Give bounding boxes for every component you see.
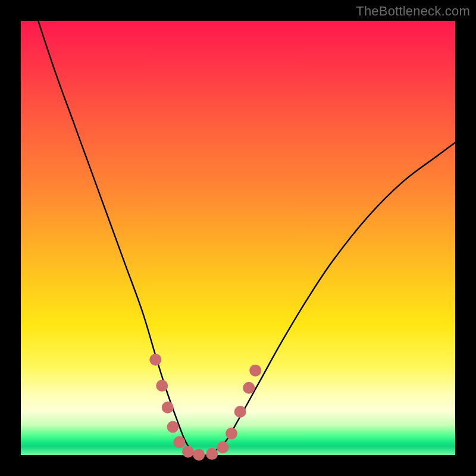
highlight-dot bbox=[217, 441, 228, 453]
highlight-dot bbox=[182, 446, 194, 458]
highlight-dot bbox=[226, 428, 237, 440]
highlight-dot bbox=[206, 448, 218, 460]
highlight-dots bbox=[149, 353, 261, 461]
highlight-dot bbox=[149, 353, 161, 365]
chart-frame: TheBottleneck.com bbox=[0, 0, 476, 476]
highlight-dot bbox=[249, 365, 261, 377]
highlight-dot bbox=[156, 380, 168, 392]
highlight-dot bbox=[193, 449, 205, 461]
highlight-dot bbox=[234, 406, 246, 418]
attribution-text: TheBottleneck.com bbox=[356, 4, 470, 19]
highlight-dot bbox=[167, 421, 179, 433]
highlight-dot bbox=[162, 402, 174, 414]
highlight-dot bbox=[243, 382, 255, 394]
highlight-dot bbox=[173, 436, 185, 448]
curve-layer bbox=[21, 21, 455, 455]
